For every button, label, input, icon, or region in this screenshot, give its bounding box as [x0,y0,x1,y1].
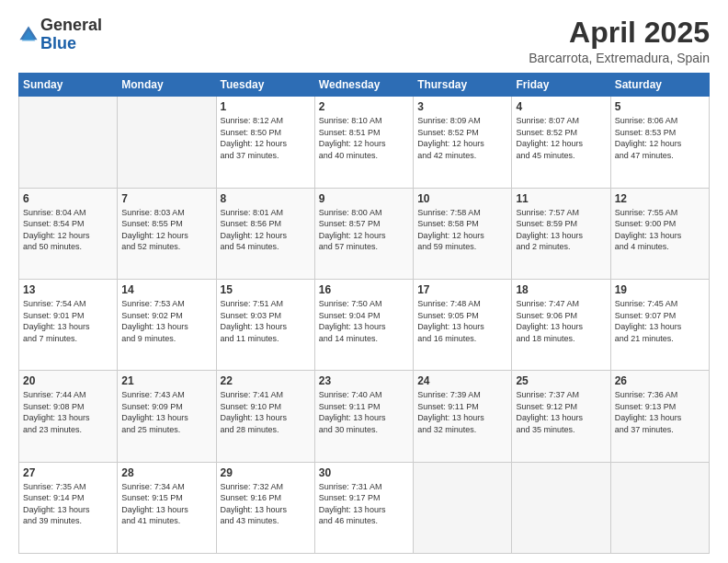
calendar-cell [19,97,118,188]
day-number: 10 [417,192,507,205]
calendar-table: SundayMondayTuesdayWednesdayThursdayFrid… [18,73,710,554]
day-number: 18 [516,283,606,296]
header-day-saturday: Saturday [610,74,709,97]
day-number: 8 [221,192,311,205]
day-info: Sunrise: 7:35 AM Sunset: 9:14 PM Dayligh… [23,481,113,527]
calendar-cell: 29Sunrise: 7:32 AM Sunset: 9:16 PM Dayli… [216,462,314,553]
calendar-week-row: 1Sunrise: 8:12 AM Sunset: 8:50 PM Daylig… [19,97,710,188]
calendar-header-row: SundayMondayTuesdayWednesdayThursdayFrid… [19,74,710,97]
day-number: 6 [23,192,113,205]
day-info: Sunrise: 7:53 AM Sunset: 9:02 PM Dayligh… [121,298,211,344]
day-number: 22 [221,374,311,387]
day-info: Sunrise: 7:50 AM Sunset: 9:04 PM Dayligh… [319,298,409,344]
logo-blue-text: Blue [40,35,102,53]
calendar-week-row: 27Sunrise: 7:35 AM Sunset: 9:14 PM Dayli… [19,462,710,553]
day-info: Sunrise: 8:12 AM Sunset: 8:50 PM Dayligh… [221,115,311,161]
day-info: Sunrise: 8:06 AM Sunset: 8:53 PM Dayligh… [615,115,705,161]
header: General Blue April 2025 Barcarrota, Extr… [18,17,710,65]
day-info: Sunrise: 7:58 AM Sunset: 8:58 PM Dayligh… [417,207,507,253]
day-number: 16 [319,283,409,296]
day-number: 3 [417,100,507,113]
day-info: Sunrise: 7:34 AM Sunset: 9:15 PM Dayligh… [121,481,211,527]
calendar-cell: 6Sunrise: 8:04 AM Sunset: 8:54 PM Daylig… [19,188,118,279]
calendar-cell: 13Sunrise: 7:54 AM Sunset: 9:01 PM Dayli… [19,279,118,370]
day-number: 7 [121,192,211,205]
day-number: 9 [319,192,409,205]
day-number: 25 [516,374,606,387]
day-info: Sunrise: 8:07 AM Sunset: 8:52 PM Dayligh… [516,115,606,161]
day-number: 29 [221,466,311,479]
calendar-cell [118,97,216,188]
calendar-cell: 14Sunrise: 7:53 AM Sunset: 9:02 PM Dayli… [118,279,216,370]
day-number: 19 [615,283,705,296]
day-number: 17 [417,283,507,296]
logo-icon [18,25,39,45]
day-info: Sunrise: 7:41 AM Sunset: 9:10 PM Dayligh… [221,389,311,435]
day-number: 28 [121,466,211,479]
day-info: Sunrise: 8:03 AM Sunset: 8:55 PM Dayligh… [121,207,211,253]
day-info: Sunrise: 7:36 AM Sunset: 9:13 PM Dayligh… [615,389,705,435]
calendar-cell: 24Sunrise: 7:39 AM Sunset: 9:11 PM Dayli… [414,371,512,462]
calendar-week-row: 13Sunrise: 7:54 AM Sunset: 9:01 PM Dayli… [19,279,710,370]
day-info: Sunrise: 7:37 AM Sunset: 9:12 PM Dayligh… [516,389,606,435]
day-number: 13 [23,283,113,296]
calendar-cell: 12Sunrise: 7:55 AM Sunset: 9:00 PM Dayli… [610,188,709,279]
day-number: 14 [121,283,211,296]
calendar-cell: 28Sunrise: 7:34 AM Sunset: 9:15 PM Dayli… [118,462,216,553]
day-number: 11 [516,192,606,205]
calendar-cell: 25Sunrise: 7:37 AM Sunset: 9:12 PM Dayli… [512,371,610,462]
calendar-cell: 22Sunrise: 7:41 AM Sunset: 9:10 PM Dayli… [216,371,314,462]
day-info: Sunrise: 8:10 AM Sunset: 8:51 PM Dayligh… [319,115,409,161]
calendar-cell: 26Sunrise: 7:36 AM Sunset: 9:13 PM Dayli… [610,371,709,462]
calendar-cell: 1Sunrise: 8:12 AM Sunset: 8:50 PM Daylig… [216,97,314,188]
day-number: 27 [23,466,113,479]
header-day-thursday: Thursday [414,74,512,97]
calendar-cell [610,462,709,553]
calendar-cell: 18Sunrise: 7:47 AM Sunset: 9:06 PM Dayli… [512,279,610,370]
title-block: April 2025 Barcarrota, Extremadura, Spai… [529,17,710,65]
day-number: 4 [516,100,606,113]
calendar-cell: 19Sunrise: 7:45 AM Sunset: 9:07 PM Dayli… [610,279,709,370]
calendar-cell: 2Sunrise: 8:10 AM Sunset: 8:51 PM Daylig… [314,97,413,188]
header-day-friday: Friday [512,74,610,97]
day-number: 20 [23,374,113,387]
day-info: Sunrise: 8:01 AM Sunset: 8:56 PM Dayligh… [221,207,311,253]
logo-general-text: General [40,17,102,35]
day-number: 15 [221,283,311,296]
day-info: Sunrise: 8:00 AM Sunset: 8:57 PM Dayligh… [319,207,409,253]
day-number: 5 [615,100,705,113]
calendar-week-row: 6Sunrise: 8:04 AM Sunset: 8:54 PM Daylig… [19,188,710,279]
logo: General Blue [18,17,102,53]
day-number: 26 [615,374,705,387]
logo-text: General Blue [40,17,102,53]
day-info: Sunrise: 7:55 AM Sunset: 9:00 PM Dayligh… [615,207,705,253]
day-number: 21 [121,374,211,387]
day-info: Sunrise: 7:45 AM Sunset: 9:07 PM Dayligh… [615,298,705,344]
day-number: 23 [319,374,409,387]
day-info: Sunrise: 7:48 AM Sunset: 9:05 PM Dayligh… [417,298,507,344]
calendar-cell: 21Sunrise: 7:43 AM Sunset: 9:09 PM Dayli… [118,371,216,462]
calendar-cell: 16Sunrise: 7:50 AM Sunset: 9:04 PM Dayli… [314,279,413,370]
header-day-monday: Monday [118,74,216,97]
calendar-cell: 5Sunrise: 8:06 AM Sunset: 8:53 PM Daylig… [610,97,709,188]
calendar-subtitle: Barcarrota, Extremadura, Spain [529,51,710,65]
header-day-tuesday: Tuesday [216,74,314,97]
calendar-cell: 30Sunrise: 7:31 AM Sunset: 9:17 PM Dayli… [314,462,413,553]
calendar-cell: 4Sunrise: 8:07 AM Sunset: 8:52 PM Daylig… [512,97,610,188]
calendar-cell: 20Sunrise: 7:44 AM Sunset: 9:08 PM Dayli… [19,371,118,462]
day-number: 12 [615,192,705,205]
day-info: Sunrise: 7:32 AM Sunset: 9:16 PM Dayligh… [221,481,311,527]
day-number: 1 [221,100,311,113]
day-info: Sunrise: 7:57 AM Sunset: 8:59 PM Dayligh… [516,207,606,253]
day-info: Sunrise: 7:31 AM Sunset: 9:17 PM Dayligh… [319,481,409,527]
day-info: Sunrise: 7:51 AM Sunset: 9:03 PM Dayligh… [221,298,311,344]
day-info: Sunrise: 7:39 AM Sunset: 9:11 PM Dayligh… [417,389,507,435]
calendar-cell [414,462,512,553]
day-info: Sunrise: 7:40 AM Sunset: 9:11 PM Dayligh… [319,389,409,435]
day-info: Sunrise: 7:54 AM Sunset: 9:01 PM Dayligh… [23,298,113,344]
day-number: 24 [417,374,507,387]
calendar-title: April 2025 [529,17,710,49]
day-info: Sunrise: 7:43 AM Sunset: 9:09 PM Dayligh… [121,389,211,435]
header-day-sunday: Sunday [19,74,118,97]
day-info: Sunrise: 7:44 AM Sunset: 9:08 PM Dayligh… [23,389,113,435]
